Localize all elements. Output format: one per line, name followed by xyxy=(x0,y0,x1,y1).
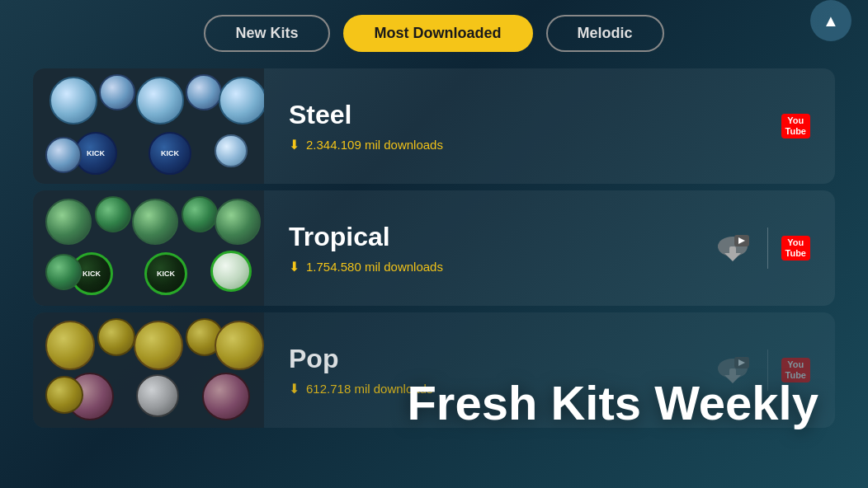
kit-row-pop[interactable]: Pop ⬇ 612.718 mil downloads You Tube xyxy=(33,312,835,428)
kit-list: KICK KICK Steel ⬇ 2.344.109 mil download… xyxy=(0,68,868,428)
kit-name-tropical: Tropical xyxy=(289,222,686,252)
tab-most-downloaded[interactable]: Most Downloaded xyxy=(343,15,533,52)
svg-marker-7 xyxy=(724,375,741,383)
kit-image-tropical: KICK KICK xyxy=(33,190,264,306)
youtube-badge-pop[interactable]: You Tube xyxy=(781,358,810,382)
up-arrow-icon: ▲ xyxy=(823,12,839,30)
youtube-badge-steel[interactable]: You Tube xyxy=(781,114,810,138)
kit-image-steel: KICK KICK xyxy=(33,68,264,184)
pop-drums xyxy=(41,317,256,424)
download-icon-steel: ⬇ xyxy=(289,137,300,152)
download-icon-tropical: ⬇ xyxy=(289,259,300,274)
kit-info-steel: Steel ⬇ 2.344.109 mil downloads xyxy=(264,100,781,152)
tab-new-kits[interactable]: New Kits xyxy=(204,15,329,52)
kit-row-tropical[interactable]: KICK KICK Tropical ⬇ 1.754.580 mil downl… xyxy=(33,190,835,306)
kit-row-steel[interactable]: KICK KICK Steel ⬇ 2.344.109 mil download… xyxy=(33,68,835,184)
cloud-download-icon-tropical[interactable] xyxy=(711,232,754,265)
kit-image-pop xyxy=(33,312,264,428)
kit-actions-pop: You Tube xyxy=(711,350,835,391)
kit-downloads-pop: ⬇ 612.718 mil downloads xyxy=(289,381,686,396)
cloud-download-icon-pop[interactable] xyxy=(711,354,754,387)
divider-tropical xyxy=(767,228,768,269)
youtube-badge-tropical[interactable]: You Tube xyxy=(781,236,810,260)
kit-info-tropical: Tropical ⬇ 1.754.580 mil downloads xyxy=(264,222,711,274)
kit-actions-steel: You Tube xyxy=(781,114,835,138)
svg-marker-2 xyxy=(724,253,741,261)
up-arrow-button[interactable]: ▲ xyxy=(810,0,851,41)
tab-melodic[interactable]: Melodic xyxy=(546,15,664,52)
kit-name-steel: Steel xyxy=(289,100,757,130)
tab-bar: New Kits Most Downloaded Melodic xyxy=(0,0,868,68)
kit-downloads-steel: ⬇ 2.344.109 mil downloads xyxy=(289,137,757,152)
kit-name-pop: Pop xyxy=(289,344,686,374)
kit-info-pop: Pop ⬇ 612.718 mil downloads xyxy=(264,344,711,396)
kit-actions-tropical: You Tube xyxy=(711,228,835,269)
steel-drums: KICK KICK xyxy=(41,73,256,180)
tropical-drums: KICK KICK xyxy=(41,195,256,302)
kit-downloads-tropical: ⬇ 1.754.580 mil downloads xyxy=(289,259,686,274)
download-icon-pop: ⬇ xyxy=(289,381,300,396)
divider-pop xyxy=(767,350,768,391)
